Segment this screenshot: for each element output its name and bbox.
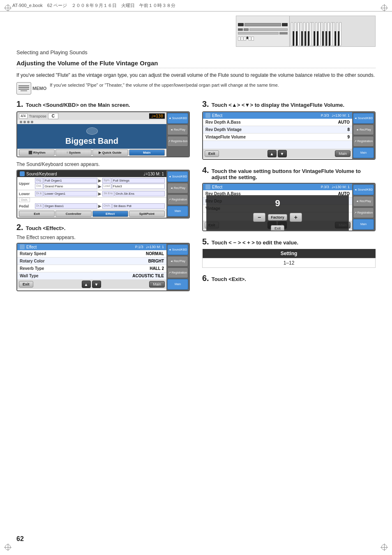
value-popup-overlay: 9 − Factory + Exit (206, 195, 349, 231)
effect-row-rev-depth-bass-p3: Rev Depth A.Bass AUTO (203, 119, 352, 126)
sidebar-sound-kbd-p3[interactable]: ◄ Sound/KBD (353, 113, 374, 124)
wall-type-label: Wall Type (20, 274, 39, 278)
corner-mark-tl (4, 4, 12, 12)
effect-header-p3: Effect P.3/3 ♩=130 M: 1 (203, 112, 352, 119)
wall-type-value: ACOUSTIC TILE (132, 274, 164, 278)
effect-header-p3-popup: Effect P.3/3 ♩=130 M: 1 (203, 184, 352, 190)
sidebar-reg-p1[interactable]: ↗ Registration (167, 267, 188, 278)
skbd-sidebar: ◄ Sound/KBD ◄ Rec/Play ↗ Registration Ma… (166, 170, 189, 218)
skbd-header: Sound/Keyboard ♩=130 M: 1 (17, 170, 166, 177)
sidebar-reg-popup[interactable]: ↗ Registration (353, 207, 374, 218)
rotary-speed-label: Rotary Speed (20, 251, 46, 256)
sidebar-rec-play-popup[interactable]: ◄ Rec/Play (353, 196, 374, 207)
reverb-type-value: HALL 2 (150, 266, 164, 271)
split-btn[interactable]: SplitPoint (129, 211, 165, 217)
main-label-p1: Main (149, 281, 165, 288)
main-display: Biggest Band (17, 124, 166, 149)
page-header: AT-900_e.book 62 ページ ２００８年９月１６日 火曜日 午前１０… (0, 0, 392, 12)
song-name: Biggest Band (65, 136, 118, 146)
step1-num: 1. (16, 99, 23, 109)
sidebar-sound-kbd-skbd[interactable]: ◄ Sound/KBD (167, 171, 188, 182)
breadcrumb: Selecting and Playing Sounds (16, 49, 376, 55)
step1-text: Touch <Sound/KBD> on the Main screen. (26, 102, 130, 108)
main-bottom-btns[interactable]: ⬛ Rhythm ↑ System ▶ Quick Guide Main (17, 149, 166, 157)
rotary-color-label: Rotary Color (20, 259, 45, 263)
effect-row-reverb-type: Reverb Type HALL 2 (17, 265, 166, 272)
transpose-label: Transpose (29, 114, 46, 118)
popup-value: 9 (275, 198, 280, 209)
sidebar-registration[interactable]: ↗ Registra-tion (167, 136, 188, 147)
factory-btn[interactable]: Factory (268, 214, 287, 221)
rotary-speed-value: NORMAL (146, 251, 164, 256)
exit-inner-btn[interactable]: Exit (271, 225, 284, 231)
main-label-p3: Main (335, 150, 350, 157)
nav-up-p1[interactable]: ▲ (82, 281, 91, 288)
step6-heading: 6. Touch <Exit>. (202, 274, 376, 283)
step1-heading: 1. Touch <Sound/KBD> on the Main screen. (16, 99, 190, 109)
sidebar-rec-play[interactable]: ◄ Rec/Play (167, 124, 188, 135)
keyboard-graphic (236, 16, 376, 47)
effect-row-vintageflute-volume-p3: VintageFlute Volume 9 (203, 134, 352, 141)
effect-screen-p3-popup: Effect P.3/3 ♩=130 M: 1 Rev Depth A.Bass… (202, 183, 376, 231)
exit-btn-effect-p1[interactable]: Exit (19, 281, 33, 288)
exit-btn-effect-p3[interactable]: Exit (205, 150, 219, 157)
skbd-bottom-btns[interactable]: Exit Controller Effect SplitPoint (17, 210, 166, 218)
corner-mark-br (380, 543, 388, 551)
sidebar-rec-play-p3[interactable]: ◄ Rec/Play (353, 124, 374, 135)
effect-row-rotary-speed: Rotary Speed NORMAL (17, 250, 166, 258)
rhythm-btn[interactable]: ⬛ Rhythm (19, 150, 55, 156)
sidebar-main-popup[interactable]: Main (353, 219, 374, 230)
minus-btn[interactable]: − (253, 213, 265, 222)
main-screen-sidebar: ◄ Sound/KBD ◄ Rec/Play ↗ Registra-tion (166, 112, 189, 157)
rotary-color-value: BRIGHT (148, 259, 164, 263)
step1-caption: The Sound/Keyboard screen appears. (16, 161, 190, 167)
sidebar-rec-play-skbd[interactable]: ◄ Rec/Play (167, 183, 188, 193)
memo-text: If you've selected "Pipe" or "Theater," … (50, 82, 279, 88)
quick-guide-btn[interactable]: ▶ Quick Guide (92, 150, 128, 156)
effect-header-p1: Effect P.1/3 ♩=130 M: 1 (17, 244, 166, 250)
sidebar-reg-p3[interactable]: ↗ Registration (353, 136, 374, 147)
effect-tab-btn[interactable]: Effect (92, 211, 128, 217)
step6-text: Touch <Exit>. (212, 276, 246, 282)
system-btn[interactable]: ↑ System (55, 150, 91, 156)
controller-btn[interactable]: Controller (55, 211, 91, 217)
main-btn[interactable]: Main (129, 150, 165, 156)
sidebar-sound-kbd[interactable]: ◄ Sound/KBD (167, 113, 188, 124)
nav-down-p1[interactable]: ▼ (92, 281, 101, 288)
effect-bottom-p3[interactable]: Exit ▲ ▼ Main (203, 149, 352, 158)
nav-btns-p1[interactable]: ▲ ▼ (82, 281, 101, 288)
sidebar-main-p1[interactable]: Main (167, 279, 188, 290)
tempo-display: ♩=130 (149, 113, 165, 119)
memo-label: MEMO (32, 86, 46, 91)
nav-down-p3[interactable]: ▼ (278, 150, 287, 157)
sidebar-reg-skbd[interactable]: ↗ Registration (167, 194, 188, 205)
step3-heading: 3. Touch <▲> <▼> to display the VintageF… (202, 99, 376, 109)
sidebar-rec-play-p1[interactable]: ◄ Rec/Play (167, 256, 188, 267)
sidebar-main-skbd[interactable]: Main (167, 206, 188, 216)
step4-text: Touch the value setting buttons for Vint… (212, 168, 376, 180)
vintageflute-volume-value: 9 (347, 135, 350, 139)
popup-btns[interactable]: − Factory + (253, 213, 302, 222)
upper-row: Upper Org. Full Organ1 ▶ Sym. (17, 177, 166, 190)
sidebar-sound-kbd-p1[interactable]: ◄ Sound/KBD (167, 244, 188, 255)
nav-up-p3[interactable]: ▲ (267, 150, 277, 157)
step5-num: 5. (202, 237, 209, 246)
step4-heading: 4. Touch the value setting buttons for V… (202, 166, 376, 180)
pedal-label: Pedal (19, 204, 33, 208)
exit-btn-skbd[interactable]: Exit (19, 211, 55, 217)
effect-bottom-p1[interactable]: Exit ▲ ▼ Main (17, 280, 166, 289)
effect-screen-p1: Effect P.1/3 ♩=130 M: 1 Rotary Speed NOR… (16, 243, 190, 291)
effect-p1-sidebar: ◄ Sound/KBD ◄ Rec/Play ↗ Registration Ma… (166, 244, 189, 290)
nav-btns-p3[interactable]: ▲ ▼ (267, 150, 287, 157)
effect-row-rev-depth-vintage-p3: Rev Depth Vintage 8 (203, 126, 352, 134)
section-title: Adjusting the Volume of the Flute Vintag… (16, 60, 376, 67)
rev-depth-bass-value: AUTO (338, 120, 350, 124)
step2-caption: The Effect screen appears. (16, 235, 190, 240)
plus-btn[interactable]: + (290, 213, 302, 222)
sidebar-main-p3[interactable]: Main (353, 147, 374, 158)
transpose-val: C (48, 113, 58, 119)
corner-mark-bl (4, 543, 12, 551)
sidebar-sound-kbd-popup[interactable]: ◄ Sound/KBD (353, 184, 374, 195)
setting-value: 1–12 (203, 258, 376, 268)
step2-num: 2. (16, 223, 23, 232)
